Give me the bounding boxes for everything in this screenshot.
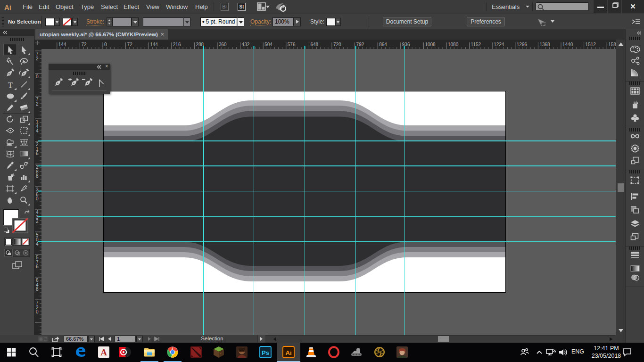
- svg-text:720: 720: [333, 42, 341, 47]
- svg-text:1080: 1080: [448, 42, 459, 47]
- svg-text:0: 0: [36, 74, 39, 79]
- svg-text:1008: 1008: [425, 42, 436, 47]
- svg-text:0: 0: [36, 309, 39, 314]
- svg-text:1512: 1512: [586, 42, 596, 47]
- svg-text:864: 864: [379, 42, 387, 47]
- svg-text:6: 6: [36, 151, 39, 156]
- svg-text:8: 8: [36, 287, 39, 292]
- svg-text:144: 144: [150, 42, 158, 47]
- svg-text:72: 72: [81, 42, 87, 47]
- svg-text:1440: 1440: [562, 42, 573, 47]
- svg-text:6: 6: [36, 264, 39, 269]
- svg-text:1224: 1224: [494, 42, 504, 47]
- svg-text:Ai: Ai: [286, 349, 292, 356]
- svg-text:T: T: [8, 81, 13, 89]
- svg-text:0: 0: [36, 196, 39, 201]
- svg-text:2: 2: [36, 219, 39, 224]
- svg-text:432: 432: [242, 42, 250, 47]
- svg-text:792: 792: [356, 42, 364, 47]
- svg-text:4: 4: [36, 241, 39, 247]
- svg-text:576: 576: [288, 42, 296, 47]
- svg-text:216: 216: [173, 42, 181, 47]
- svg-text:1584: 1584: [608, 42, 616, 47]
- svg-text:504: 504: [264, 42, 272, 47]
- svg-text:72: 72: [127, 42, 133, 47]
- svg-text:144: 144: [58, 42, 66, 47]
- svg-text:1296: 1296: [517, 42, 528, 47]
- svg-text:A: A: [100, 347, 107, 357]
- svg-text:0: 0: [104, 42, 107, 47]
- svg-text:288: 288: [196, 42, 204, 47]
- svg-text:4: 4: [36, 128, 39, 133]
- svg-text:2: 2: [36, 101, 39, 107]
- svg-text:1368: 1368: [539, 42, 550, 47]
- svg-text:Ps: Ps: [262, 349, 269, 356]
- svg-text:360: 360: [219, 42, 227, 47]
- svg-text:1152: 1152: [471, 42, 481, 47]
- svg-text:8: 8: [36, 173, 39, 179]
- svg-text:936: 936: [402, 42, 410, 47]
- svg-text:2: 2: [36, 56, 39, 61]
- svg-text:648: 648: [310, 42, 318, 47]
